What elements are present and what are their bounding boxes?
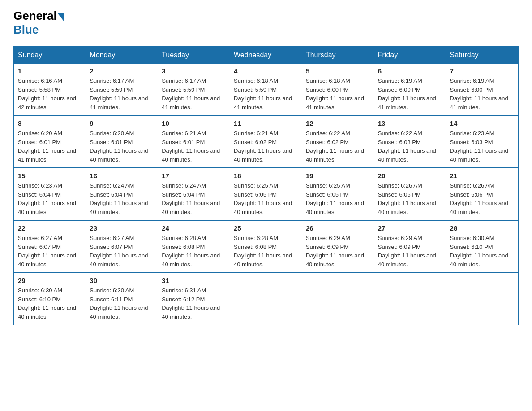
day-info: Sunrise: 6:16 AM Sunset: 5:58 PM Dayligh…	[18, 77, 82, 111]
day-info: Sunrise: 6:29 AM Sunset: 6:09 PM Dayligh…	[378, 234, 442, 269]
day-number: 5	[306, 67, 370, 75]
day-number: 11	[234, 120, 298, 127]
logo-blue-text: Blue	[13, 23, 39, 36]
calendar-day-cell: 30 Sunrise: 6:30 AM Sunset: 6:11 PM Dayl…	[86, 273, 158, 325]
day-number: 16	[90, 172, 154, 180]
day-info: Sunrise: 6:31 AM Sunset: 6:12 PM Dayligh…	[162, 286, 226, 321]
calendar-day-cell: 11 Sunrise: 6:21 AM Sunset: 6:02 PM Dayl…	[230, 116, 302, 168]
day-number: 17	[162, 172, 226, 180]
day-info: Sunrise: 6:26 AM Sunset: 6:06 PM Dayligh…	[450, 181, 514, 216]
day-info: Sunrise: 6:26 AM Sunset: 6:06 PM Dayligh…	[378, 181, 442, 216]
day-info: Sunrise: 6:20 AM Sunset: 6:01 PM Dayligh…	[90, 129, 154, 164]
calendar-day-cell: 13 Sunrise: 6:22 AM Sunset: 6:03 PM Dayl…	[374, 116, 446, 168]
calendar-day-cell	[446, 273, 518, 325]
day-info: Sunrise: 6:30 AM Sunset: 6:10 PM Dayligh…	[18, 286, 82, 321]
calendar-day-cell	[230, 273, 302, 325]
day-number: 21	[450, 172, 514, 180]
calendar-day-cell: 25 Sunrise: 6:28 AM Sunset: 6:08 PM Dayl…	[230, 220, 302, 273]
day-number: 2	[90, 67, 154, 75]
calendar-week-row: 8 Sunrise: 6:20 AM Sunset: 6:01 PM Dayli…	[14, 116, 518, 168]
day-of-week-header: Monday	[86, 46, 158, 64]
day-of-week-header: Sunday	[14, 46, 86, 64]
day-number: 30	[90, 277, 154, 284]
day-info: Sunrise: 6:30 AM Sunset: 6:10 PM Dayligh…	[450, 234, 514, 269]
day-info: Sunrise: 6:22 AM Sunset: 6:02 PM Dayligh…	[306, 129, 370, 164]
day-info: Sunrise: 6:21 AM Sunset: 6:01 PM Dayligh…	[162, 129, 226, 164]
calendar-day-cell: 16 Sunrise: 6:24 AM Sunset: 6:04 PM Dayl…	[86, 168, 158, 220]
day-number: 20	[378, 172, 442, 180]
calendar-day-cell: 4 Sunrise: 6:18 AM Sunset: 5:59 PM Dayli…	[230, 64, 302, 116]
day-of-week-header: Saturday	[446, 46, 518, 64]
day-number: 13	[378, 120, 442, 127]
calendar-day-cell: 28 Sunrise: 6:30 AM Sunset: 6:10 PM Dayl…	[446, 220, 518, 273]
day-number: 18	[234, 172, 298, 180]
calendar-day-cell: 21 Sunrise: 6:26 AM Sunset: 6:06 PM Dayl…	[446, 168, 518, 220]
day-info: Sunrise: 6:23 AM Sunset: 6:04 PM Dayligh…	[18, 181, 82, 216]
calendar-day-cell: 14 Sunrise: 6:23 AM Sunset: 6:03 PM Dayl…	[446, 116, 518, 168]
calendar-day-cell: 22 Sunrise: 6:27 AM Sunset: 6:07 PM Dayl…	[14, 220, 86, 273]
day-info: Sunrise: 6:25 AM Sunset: 6:05 PM Dayligh…	[234, 181, 298, 216]
day-info: Sunrise: 6:21 AM Sunset: 6:02 PM Dayligh…	[234, 129, 298, 164]
day-number: 15	[18, 172, 82, 180]
day-number: 22	[18, 224, 82, 232]
calendar-day-cell: 8 Sunrise: 6:20 AM Sunset: 6:01 PM Dayli…	[14, 116, 86, 168]
calendar-day-cell	[374, 273, 446, 325]
day-of-week-header: Friday	[374, 46, 446, 64]
calendar-day-cell: 27 Sunrise: 6:29 AM Sunset: 6:09 PM Dayl…	[374, 220, 446, 273]
day-number: 9	[90, 120, 154, 127]
day-number: 14	[450, 120, 514, 127]
calendar-day-cell: 6 Sunrise: 6:19 AM Sunset: 6:00 PM Dayli…	[374, 64, 446, 116]
logo-general-text: General	[13, 9, 57, 23]
day-number: 8	[18, 120, 82, 127]
calendar-day-cell: 31 Sunrise: 6:31 AM Sunset: 6:12 PM Dayl…	[158, 273, 230, 325]
day-number: 26	[306, 224, 370, 232]
day-info: Sunrise: 6:27 AM Sunset: 6:07 PM Dayligh…	[18, 234, 82, 269]
logo-arrow-icon	[58, 13, 64, 21]
day-of-week-header: Tuesday	[158, 46, 230, 64]
calendar-day-cell: 5 Sunrise: 6:18 AM Sunset: 6:00 PM Dayli…	[302, 64, 374, 116]
day-info: Sunrise: 6:23 AM Sunset: 6:03 PM Dayligh…	[450, 129, 514, 164]
calendar-day-cell: 18 Sunrise: 6:25 AM Sunset: 6:05 PM Dayl…	[230, 168, 302, 220]
day-info: Sunrise: 6:30 AM Sunset: 6:11 PM Dayligh…	[90, 286, 154, 321]
calendar-week-row: 22 Sunrise: 6:27 AM Sunset: 6:07 PM Dayl…	[14, 220, 518, 273]
day-number: 19	[306, 172, 370, 180]
calendar-day-cell: 29 Sunrise: 6:30 AM Sunset: 6:10 PM Dayl…	[14, 273, 86, 325]
day-of-week-header: Wednesday	[230, 46, 302, 64]
calendar-week-row: 29 Sunrise: 6:30 AM Sunset: 6:10 PM Dayl…	[14, 273, 518, 325]
calendar-day-cell: 19 Sunrise: 6:25 AM Sunset: 6:05 PM Dayl…	[302, 168, 374, 220]
day-of-week-header: Thursday	[302, 46, 374, 64]
day-number: 27	[378, 224, 442, 232]
day-number: 12	[306, 120, 370, 127]
day-info: Sunrise: 6:20 AM Sunset: 6:01 PM Dayligh…	[18, 129, 82, 164]
day-info: Sunrise: 6:24 AM Sunset: 6:04 PM Dayligh…	[162, 181, 226, 216]
day-number: 4	[234, 67, 298, 75]
day-info: Sunrise: 6:22 AM Sunset: 6:03 PM Dayligh…	[378, 129, 442, 164]
day-info: Sunrise: 6:29 AM Sunset: 6:09 PM Dayligh…	[306, 234, 370, 269]
calendar-day-cell: 3 Sunrise: 6:17 AM Sunset: 5:59 PM Dayli…	[158, 64, 230, 116]
day-info: Sunrise: 6:17 AM Sunset: 5:59 PM Dayligh…	[90, 77, 154, 111]
calendar-day-cell: 7 Sunrise: 6:19 AM Sunset: 6:00 PM Dayli…	[446, 64, 518, 116]
day-number: 10	[162, 120, 226, 127]
day-number: 29	[18, 277, 82, 284]
day-info: Sunrise: 6:28 AM Sunset: 6:08 PM Dayligh…	[162, 234, 226, 269]
calendar-table: SundayMondayTuesdayWednesdayThursdayFrid…	[13, 46, 519, 325]
day-number: 6	[378, 67, 442, 75]
day-info: Sunrise: 6:17 AM Sunset: 5:59 PM Dayligh…	[162, 77, 226, 111]
page-header: General Blue	[13, 9, 519, 37]
calendar-day-cell: 10 Sunrise: 6:21 AM Sunset: 6:01 PM Dayl…	[158, 116, 230, 168]
day-number: 1	[18, 67, 82, 75]
day-number: 31	[162, 277, 226, 284]
calendar-week-row: 15 Sunrise: 6:23 AM Sunset: 6:04 PM Dayl…	[14, 168, 518, 220]
day-info: Sunrise: 6:18 AM Sunset: 6:00 PM Dayligh…	[306, 77, 370, 111]
calendar-day-cell: 20 Sunrise: 6:26 AM Sunset: 6:06 PM Dayl…	[374, 168, 446, 220]
calendar-day-cell: 24 Sunrise: 6:28 AM Sunset: 6:08 PM Dayl…	[158, 220, 230, 273]
calendar-day-cell: 26 Sunrise: 6:29 AM Sunset: 6:09 PM Dayl…	[302, 220, 374, 273]
day-info: Sunrise: 6:19 AM Sunset: 6:00 PM Dayligh…	[378, 77, 442, 111]
day-info: Sunrise: 6:24 AM Sunset: 6:04 PM Dayligh…	[90, 181, 154, 216]
day-number: 28	[450, 224, 514, 232]
calendar-day-cell: 1 Sunrise: 6:16 AM Sunset: 5:58 PM Dayli…	[14, 64, 86, 116]
calendar-day-cell: 2 Sunrise: 6:17 AM Sunset: 5:59 PM Dayli…	[86, 64, 158, 116]
day-info: Sunrise: 6:19 AM Sunset: 6:00 PM Dayligh…	[450, 77, 514, 111]
day-number: 3	[162, 67, 226, 75]
day-number: 7	[450, 67, 514, 75]
